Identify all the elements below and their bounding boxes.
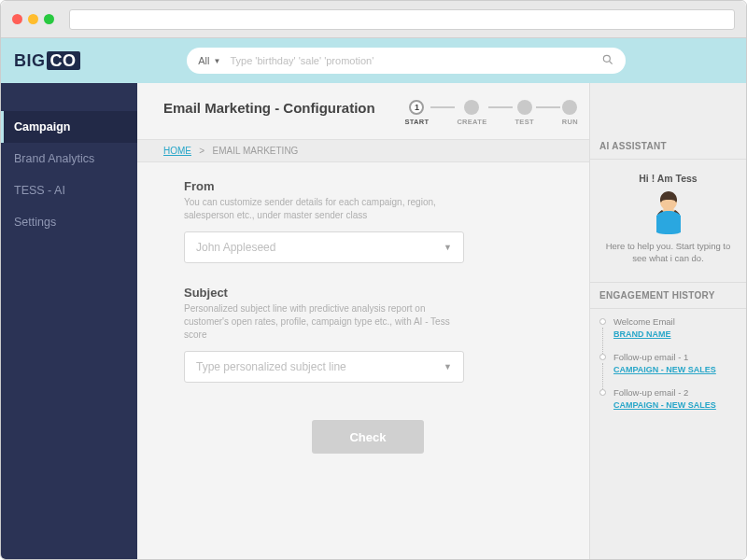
logo-text-1: BIG xyxy=(14,51,46,70)
ai-assistant-panel: Hi ! Am Tess Here to help you. Start typ… xyxy=(599,167,737,274)
search-icon[interactable] xyxy=(601,53,614,68)
step-label: TEST xyxy=(514,118,533,126)
window-controls xyxy=(12,14,54,24)
tess-avatar-icon xyxy=(649,189,688,234)
svg-point-0 xyxy=(604,55,611,62)
check-button[interactable]: Check xyxy=(312,420,424,454)
page-title: Email Marketing - Configuration xyxy=(163,100,375,116)
browser-chrome xyxy=(1,1,746,38)
main-content: Email Marketing - Configuration 1 START … xyxy=(137,83,589,560)
maximize-window-icon[interactable] xyxy=(44,14,54,24)
search-input[interactable]: Type 'birthday' 'sale' 'promotion' xyxy=(230,55,601,66)
field-from: From You can customize sender details fo… xyxy=(184,179,552,263)
right-rail: AI ASSISTANT Hi ! Am Tess Here to help y… xyxy=(589,83,746,560)
search-bar[interactable]: All ▼ Type 'birthday' 'sale' 'promotion' xyxy=(187,48,626,74)
step-circle xyxy=(517,100,532,115)
step-circle xyxy=(464,100,479,115)
history-item: Welcome Email BRAND NAME xyxy=(599,316,737,339)
timeline-dot-icon xyxy=(599,318,606,325)
breadcrumb: HOME > EMAIL MARKETING xyxy=(137,139,589,162)
sidebar-item-label: TESS - AI xyxy=(14,184,65,197)
timeline-dot-icon xyxy=(599,354,606,360)
field-subject: Subject Personalized subject line with p… xyxy=(184,286,552,383)
from-value: John Appleseed xyxy=(196,241,275,254)
subject-label: Subject xyxy=(184,286,552,300)
history-item-title: Follow-up email - 1 xyxy=(613,352,716,362)
breadcrumb-current: EMAIL MARKETING xyxy=(213,146,299,156)
chevron-down-icon: ▼ xyxy=(444,362,452,371)
breadcrumb-sep: > xyxy=(199,146,204,156)
ai-assistant-title: AI ASSISTANT xyxy=(599,141,737,151)
history-item: Follow-up email - 2 CAMPAIGN - NEW SALES xyxy=(599,387,737,410)
from-label: From xyxy=(184,179,552,193)
subject-select[interactable]: Type personalized subject line ▼ xyxy=(184,351,464,383)
svg-line-1 xyxy=(610,62,613,64)
breadcrumb-home[interactable]: HOME xyxy=(163,146,191,156)
step-start[interactable]: 1 START xyxy=(404,100,429,126)
sidebar-item-tess-ai[interactable]: TESS - AI xyxy=(1,175,137,206)
search-filter-label[interactable]: All xyxy=(198,55,209,66)
step-label: RUN xyxy=(562,118,578,126)
sidebar-item-label: Settings xyxy=(14,216,56,229)
divider xyxy=(590,159,746,160)
step-connector xyxy=(536,106,560,108)
from-help: You can customize sender details for eac… xyxy=(184,196,464,222)
history-item-title: Welcome Email xyxy=(613,316,675,327)
sidebar-item-settings[interactable]: Settings xyxy=(1,206,137,238)
step-circle xyxy=(562,100,577,115)
subject-placeholder: Type personalized subject line xyxy=(196,360,346,373)
divider xyxy=(590,282,746,283)
step-connector xyxy=(430,106,455,108)
close-window-icon[interactable] xyxy=(12,14,22,24)
logo-text-2: CO xyxy=(47,51,80,70)
subject-help: Personalized subject line with predictiv… xyxy=(184,302,464,342)
sidebar-item-label: Brand Analytics xyxy=(14,152,94,165)
url-bar[interactable] xyxy=(69,9,735,30)
history-item-link[interactable]: BRAND NAME xyxy=(613,329,671,339)
divider xyxy=(590,308,746,309)
engagement-history-title: ENGAGEMENT HISTORY xyxy=(599,290,737,301)
step-circle: 1 xyxy=(409,100,424,115)
sidebar-item-label: Campaign xyxy=(14,120,70,133)
top-nav: BIGCO All ▼ Type 'birthday' 'sale' 'prom… xyxy=(1,38,746,83)
minimize-window-icon[interactable] xyxy=(28,14,38,24)
chevron-down-icon: ▼ xyxy=(444,243,452,252)
tess-greeting: Hi ! Am Tess xyxy=(599,173,737,184)
chevron-down-icon[interactable]: ▼ xyxy=(213,57,220,65)
history-item: Follow-up email - 1 CAMPAIGN - NEW SALES xyxy=(599,352,737,374)
history-item-link[interactable]: CAMPAIGN - NEW SALES xyxy=(613,365,716,374)
step-run[interactable]: RUN xyxy=(562,100,578,126)
history-item-link[interactable]: CAMPAIGN - NEW SALES xyxy=(613,400,716,410)
history-item-title: Follow-up email - 2 xyxy=(613,387,716,398)
sidebar: Campaign Brand Analytics TESS - AI Setti… xyxy=(1,83,137,560)
stepper: 1 START CREATE TEST xyxy=(404,100,578,126)
step-label: CREATE xyxy=(457,118,486,126)
logo[interactable]: BIGCO xyxy=(14,51,80,71)
step-connector xyxy=(488,106,513,108)
sidebar-item-campaign[interactable]: Campaign xyxy=(1,111,137,143)
step-test[interactable]: TEST xyxy=(514,100,533,126)
timeline-dot-icon xyxy=(599,389,606,396)
from-select[interactable]: John Appleseed ▼ xyxy=(184,231,464,263)
step-create[interactable]: CREATE xyxy=(457,100,486,126)
check-button-label: Check xyxy=(349,430,386,444)
step-label: START xyxy=(404,118,429,126)
sidebar-item-brand-analytics[interactable]: Brand Analytics xyxy=(1,143,137,175)
tess-help-text: Here to help you. Start typing to see wh… xyxy=(599,240,737,265)
